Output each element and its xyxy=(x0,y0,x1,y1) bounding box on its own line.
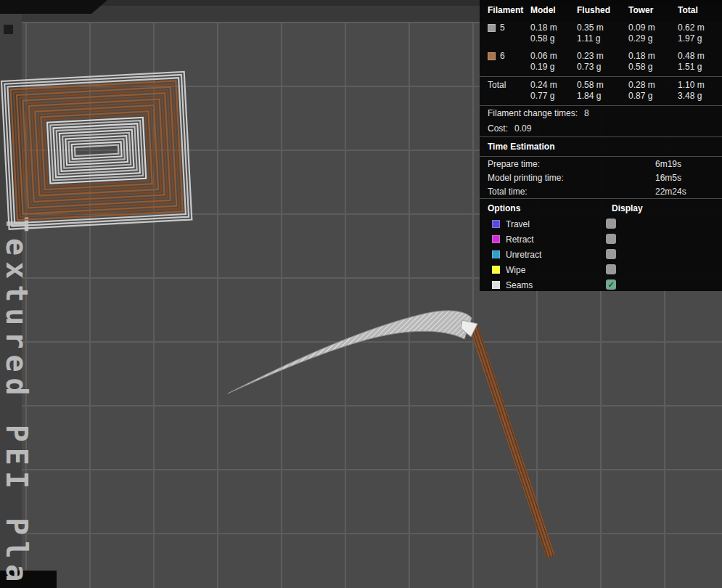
option-row-seams: Seams xyxy=(480,277,722,293)
options-header: Options Display xyxy=(480,199,722,216)
total-cell: 1.10 m 3.48 g xyxy=(678,80,721,102)
filament-color-swatch xyxy=(488,24,496,32)
total-time-value: 22m24s xyxy=(655,186,722,197)
filament-color-swatch xyxy=(488,52,496,60)
total-time-row: Total time: 22m24s xyxy=(480,184,722,198)
retract-label: Retract xyxy=(506,234,534,245)
option-row-retract: Retract xyxy=(480,232,722,247)
travel-label: Travel xyxy=(506,219,530,229)
options-title: Options xyxy=(488,203,520,213)
travel-color-swatch xyxy=(492,220,500,228)
unretract-display-checkbox[interactable] xyxy=(606,249,616,259)
seams-label: Seams xyxy=(506,280,533,290)
col-header-tower: Tower xyxy=(628,5,678,15)
wipe-label: Wipe xyxy=(506,265,525,275)
scythe-blade xyxy=(228,311,472,393)
filament-total-section: Total 0.24 m 0.77 g 0.58 m 1.84 g 0.28 m… xyxy=(480,77,722,105)
model-cell: 0.06 m 0.19 g xyxy=(530,51,577,73)
retract-color-swatch xyxy=(492,235,500,243)
model-cell: 0.18 m 0.58 g xyxy=(530,23,577,44)
cost: Cost:0.09 xyxy=(480,121,722,136)
filament-change-times: Filament change times:8 xyxy=(480,106,722,121)
tower-cell: 0.18 m 0.58 g xyxy=(628,51,678,73)
option-row-travel: Travel xyxy=(480,216,722,232)
time-estimation-title: Time Estimation xyxy=(480,137,722,156)
prepare-time-value: 6m19s xyxy=(655,158,722,170)
flushed-cell: 0.58 m 1.84 g xyxy=(577,80,628,102)
filament-total-row: Total 0.24 m 0.77 g 0.58 m 1.84 g 0.28 m… xyxy=(488,77,722,105)
retract-display-checkbox[interactable] xyxy=(606,234,616,244)
filament-row: 6 0.06 m 0.19 g 0.23 m 0.73 g 0.18 m 0.5… xyxy=(488,48,722,76)
total-cell: 0.62 m 1.97 g xyxy=(678,23,721,44)
col-header-filament: Filament xyxy=(488,5,530,15)
filament-table: Filament Model Flushed Tower Total 5 0.1… xyxy=(480,0,722,76)
col-header-flushed: Flushed xyxy=(577,5,628,15)
wipe-display-checkbox[interactable] xyxy=(606,264,616,274)
filament-id-cell: 5 xyxy=(488,23,530,33)
flushed-cell: 0.35 m 1.11 g xyxy=(577,23,628,44)
model-cell: 0.24 m 0.77 g xyxy=(530,80,577,102)
col-header-total: Total xyxy=(678,5,721,15)
scythe-handle xyxy=(469,324,555,558)
scythe-model xyxy=(228,311,555,558)
option-row-wipe: Wipe xyxy=(480,262,722,277)
purge-calibration-block xyxy=(1,72,192,229)
prepare-time-row: Prepare time: 6m19s xyxy=(480,157,722,171)
option-row-unretract: Unretract xyxy=(480,247,722,262)
tower-cell: 0.09 m 0.29 g xyxy=(628,23,678,44)
col-header-model: Model xyxy=(530,5,577,15)
unretract-label: Unretract xyxy=(506,250,541,260)
display-column-header: Display xyxy=(612,203,643,213)
flushed-cell: 0.23 m 0.73 g xyxy=(577,51,628,73)
total-row-label: Total xyxy=(488,80,530,90)
wipe-color-swatch xyxy=(492,266,500,274)
model-printing-time-value: 16m5s xyxy=(655,172,722,184)
seams-display-checkbox[interactable] xyxy=(606,279,616,290)
filament-id: 5 xyxy=(500,23,505,33)
travel-display-checkbox[interactable] xyxy=(606,219,616,229)
filament-change-value: 8 xyxy=(584,108,589,118)
cost-value: 0.09 xyxy=(514,123,531,134)
gcode-stats-panel: Filament Model Flushed Tower Total 5 0.1… xyxy=(480,0,722,291)
seams-color-swatch xyxy=(492,281,500,289)
total-cell: 0.48 m 1.51 g xyxy=(678,51,721,73)
filament-id-cell: 6 xyxy=(488,51,530,61)
filament-id: 6 xyxy=(500,51,505,61)
model-printing-time-row: Model printing time: 16m5s xyxy=(480,171,722,184)
filament-row: 5 0.18 m 0.58 g 0.35 m 1.11 g 0.09 m 0.2… xyxy=(488,20,722,48)
filament-table-header: Filament Model Flushed Tower Total xyxy=(488,0,722,20)
unretract-color-swatch xyxy=(492,250,500,258)
tower-cell: 0.28 m 0.87 g xyxy=(628,80,678,102)
